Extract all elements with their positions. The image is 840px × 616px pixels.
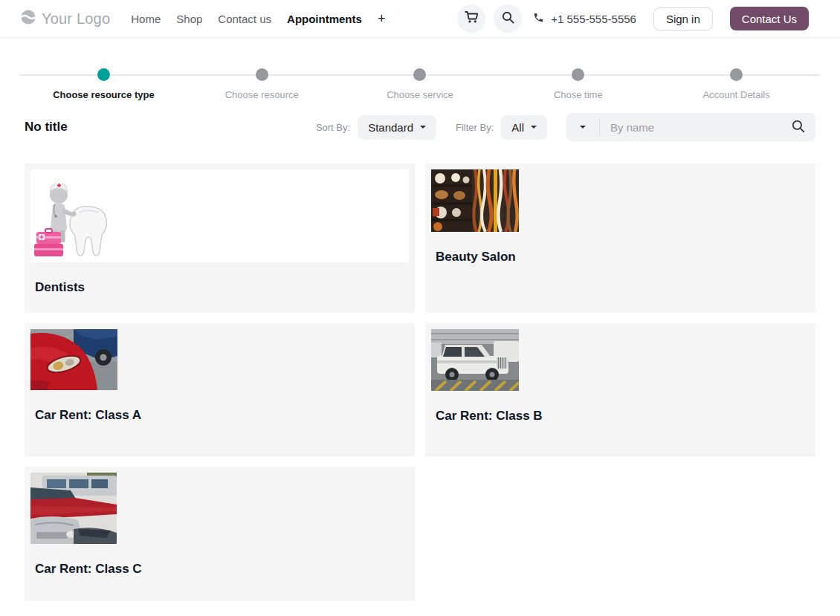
card-title: Car Rent: Class A — [35, 408, 409, 423]
parked-red-and-silver-cars-photo — [30, 473, 409, 544]
filter-dropdown-button[interactable]: All — [501, 115, 547, 140]
step-account-details[interactable]: Account Details — [657, 68, 815, 100]
caret-down-icon — [420, 126, 426, 129]
card-beauty-salon[interactable]: Beauty Salon — [425, 163, 815, 313]
contact-us-button[interactable]: Contact Us — [730, 7, 809, 30]
toolbar-controls: Sort By: Standard Filter By: All — [316, 113, 815, 141]
phone-link[interactable]: +1 555-555-5556 — [533, 12, 636, 25]
nav-link-home[interactable]: Home — [131, 13, 161, 25]
card-title: Car Rent: Class C — [35, 562, 409, 577]
cart-icon — [465, 11, 478, 26]
phone-icon — [533, 12, 544, 25]
card-car-rent-class-c[interactable]: Car Rent: Class C — [25, 467, 415, 601]
main-nav: Home Shop Contact us Appointments + — [131, 11, 385, 27]
search-bar — [566, 113, 815, 141]
salon-shelves-with-hanging-fibers-photo — [431, 169, 810, 232]
search-icon — [502, 11, 514, 27]
search-toggle-button[interactable] — [494, 4, 522, 33]
logo-text: Your Logo — [42, 10, 110, 27]
nav-link-appointments[interactable]: Appointments — [287, 13, 362, 25]
top-navbar: Your Logo Home Shop Contact us Appointme… — [0, 0, 840, 38]
card-car-rent-class-a[interactable]: Car Rent: Class A — [25, 323, 415, 456]
search-submit-button[interactable] — [781, 113, 815, 141]
card-title: Car Rent: Class B — [436, 409, 810, 424]
site-logo[interactable]: Your Logo — [20, 9, 110, 28]
card-dentists[interactable]: Dentists — [25, 163, 415, 313]
sort-dropdown-button[interactable]: Standard — [358, 115, 436, 140]
sort-by-label: Sort By: — [316, 122, 350, 133]
step-choose-service[interactable]: Choose service — [341, 68, 500, 100]
sign-in-button[interactable]: Sign in — [653, 7, 713, 30]
nav-link-shop[interactable]: Shop — [176, 13, 202, 25]
card-car-rent-class-b[interactable]: Car Rent: Class B — [425, 323, 815, 456]
list-toolbar: No title Sort By: Standard Filter By: Al… — [25, 113, 815, 141]
page-title: No title — [25, 120, 68, 134]
step-choose-resource-type[interactable]: Choose resource type — [25, 68, 183, 100]
step-dot — [730, 68, 743, 81]
page-content: Choose resource type Choose resource Cho… — [0, 68, 840, 601]
nav-link-contact-us[interactable]: Contact us — [218, 13, 271, 25]
caret-down-icon — [580, 126, 586, 129]
red-car-headlight-photo — [30, 329, 409, 390]
search-input[interactable] — [600, 113, 781, 141]
booking-stepper: Choose resource type Choose resource Cho… — [25, 68, 815, 100]
step-dot — [256, 68, 268, 81]
step-dot-active — [97, 68, 110, 81]
resource-type-grid: Dentists — [25, 163, 815, 601]
card-title: Beauty Salon — [436, 250, 810, 265]
search-icon — [792, 120, 805, 135]
dentist-figure-with-tooth-photo — [30, 169, 409, 262]
nav-link-add-page[interactable]: + — [378, 11, 386, 27]
search-scope-dropdown-button[interactable] — [566, 113, 599, 141]
filter-by-label: Filter By: — [456, 122, 494, 133]
phone-number: +1 555-555-5556 — [551, 13, 636, 25]
cart-button[interactable] — [457, 4, 485, 33]
sphere-logo-icon — [20, 9, 36, 28]
step-choose-resource[interactable]: Choose resource — [183, 68, 341, 100]
step-dot — [572, 68, 584, 81]
caret-down-icon — [531, 126, 537, 129]
step-chose-time[interactable]: Chose time — [499, 68, 657, 100]
white-suv-in-garage-photo — [431, 329, 810, 391]
step-dot — [413, 68, 426, 81]
navbar-right-group: +1 555-555-5556 Sign in Contact Us — [457, 4, 809, 33]
card-title: Dentists — [35, 280, 409, 295]
